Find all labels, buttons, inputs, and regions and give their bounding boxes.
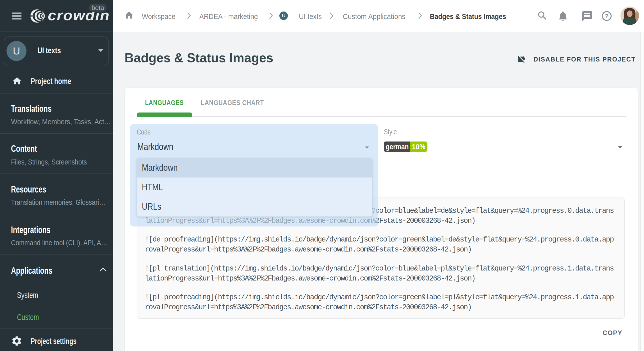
- svg-text:?: ?: [605, 13, 609, 20]
